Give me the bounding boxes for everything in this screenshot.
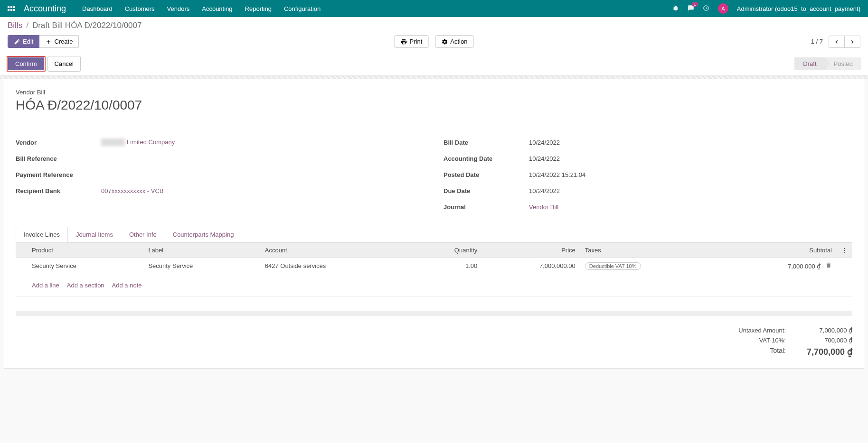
billdate-value[interactable]: 10/24/2022 <box>529 139 560 146</box>
tabs: Invoice Lines Journal Items Other Info C… <box>16 227 852 242</box>
breadcrumb-root[interactable]: Bills <box>8 21 22 30</box>
status-draft[interactable]: Draft <box>794 57 825 70</box>
cell-account[interactable]: 6427 Outside services <box>260 258 412 274</box>
cell-quantity[interactable]: 1.00 <box>412 258 482 274</box>
pager[interactable]: 1 / 7 <box>811 38 823 45</box>
col-subtotal[interactable]: Subtotal <box>721 243 837 258</box>
postdate-label: Posted Date <box>443 171 529 178</box>
edit-button[interactable]: Edit <box>8 35 39 48</box>
doc-type: Vendor Bill <box>16 89 852 96</box>
totals: Untaxed Amount: 7,000,000 ₫ VAT 10%: 700… <box>16 325 852 359</box>
journal-value[interactable]: Vendor Bill <box>529 203 558 211</box>
nav-reporting[interactable]: Reporting <box>245 5 272 12</box>
col-handle <box>16 243 27 258</box>
vat-value: 700,000 ₫ <box>800 337 852 344</box>
cell-taxes[interactable]: Deductible VAT 10% <box>580 258 721 274</box>
trash-icon[interactable] <box>825 263 832 270</box>
accdate-value[interactable]: 10/24/2022 <box>529 155 560 162</box>
col-account[interactable]: Account <box>260 243 412 258</box>
duedate-value[interactable]: 10/24/2022 <box>529 187 560 194</box>
status-steps: Draft Posted <box>794 57 861 70</box>
row-handle[interactable] <box>16 258 27 274</box>
activity-icon[interactable] <box>703 5 709 13</box>
payref-label: Payment Reference <box>16 171 101 178</box>
tab-invoice-lines[interactable]: Invoice Lines <box>16 227 68 242</box>
apps-icon[interactable] <box>8 6 15 11</box>
nav-configuration[interactable]: Configuration <box>284 5 321 12</box>
tab-other-info[interactable]: Other Info <box>121 227 165 242</box>
duedate-label: Due Date <box>443 187 529 194</box>
invoice-lines-table: Product Label Account Quantity Price Tax… <box>16 242 852 311</box>
add-note-link[interactable]: Add a note <box>112 282 142 289</box>
col-label[interactable]: Label <box>143 243 260 258</box>
untaxed-label: Untaxed Amount: <box>738 327 786 334</box>
bank-label: Recipient Bank <box>16 187 101 194</box>
gear-icon <box>441 38 448 45</box>
add-section-link[interactable]: Add a section <box>67 282 104 289</box>
chevron-right-icon <box>849 38 856 45</box>
cell-label[interactable]: Security Service <box>143 258 260 274</box>
status-posted[interactable]: Posted <box>825 57 861 70</box>
table-scrollbar[interactable] <box>16 311 852 316</box>
postdate-value: 10/24/2022 15:21:04 <box>529 171 585 178</box>
nav-customers[interactable]: Customers <box>125 5 155 12</box>
cancel-button[interactable]: Cancel <box>47 56 81 72</box>
vendor-value[interactable]: Limited Company <box>101 138 175 147</box>
table-row[interactable]: Security Service Security Service 6427 O… <box>16 258 852 274</box>
total-label: Total: <box>770 347 786 357</box>
billdate-label: Bill Date <box>443 139 529 146</box>
confirm-highlight: Confirm <box>7 56 46 72</box>
nav-accounting[interactable]: Accounting <box>202 5 232 12</box>
create-button[interactable]: Create <box>39 35 79 48</box>
add-line-link[interactable]: Add a line <box>32 282 59 289</box>
tax-pill: Deductible VAT 10% <box>585 262 641 270</box>
vat-label: VAT 10%: <box>759 337 786 344</box>
tab-counterparts[interactable]: Counterparts Mapping <box>165 227 242 242</box>
col-product[interactable]: Product <box>27 243 143 258</box>
nav-vendors[interactable]: Vendors <box>167 5 190 12</box>
form-col-right: Bill Date 10/24/2022 Accounting Date 10/… <box>443 137 852 217</box>
cell-subtotal[interactable]: 7,000,000 ₫ <box>721 258 837 274</box>
form-col-left: Vendor Limited Company Bill Reference Pa… <box>16 137 425 217</box>
chevron-left-icon <box>833 38 840 45</box>
chat-badge: 1 <box>692 2 698 7</box>
journal-label: Journal <box>443 203 529 211</box>
chat-icon[interactable]: 1 <box>688 5 694 13</box>
status-bar: Confirm Cancel Draft Posted <box>0 52 868 76</box>
tab-journal-items[interactable]: Journal Items <box>68 227 121 242</box>
bank-value[interactable]: 007xxxxxxxxxxx - VCB <box>101 187 163 194</box>
doc-title: HÓA Đ/2022/10/0007 <box>16 98 852 113</box>
plus-icon <box>45 38 52 45</box>
print-button[interactable]: Print <box>395 35 429 48</box>
total-value: 7,700,000 ₫ <box>800 347 852 357</box>
control-panel: Bills / Draft Bill HÓA Đ/2022/10/0007 Ed… <box>0 17 868 52</box>
col-price[interactable]: Price <box>482 243 580 258</box>
debug-icon[interactable] <box>672 5 679 13</box>
billref-label: Bill Reference <box>16 155 101 162</box>
vendor-blur <box>101 138 125 146</box>
pencil-icon <box>14 38 20 45</box>
confirm-button[interactable]: Confirm <box>8 57 44 70</box>
user-name[interactable]: Administrator (odoo15_to_account_payment… <box>737 5 860 12</box>
col-taxes[interactable]: Taxes <box>580 243 721 258</box>
pager-prev[interactable] <box>829 36 845 48</box>
breadcrumb: Bills / Draft Bill HÓA Đ/2022/10/0007 <box>8 21 860 30</box>
cell-price[interactable]: 7,000,000.00 <box>482 258 580 274</box>
print-icon <box>401 38 407 45</box>
form-sheet: Vendor Bill HÓA Đ/2022/10/0007 Vendor Li… <box>4 79 864 369</box>
brand[interactable]: Accounting <box>24 4 66 14</box>
breadcrumb-current: Draft Bill HÓA Đ/2022/10/0007 <box>32 21 142 30</box>
vendor-label: Vendor <box>16 139 101 146</box>
nav-dashboard[interactable]: Dashboard <box>82 5 113 12</box>
navbar: Accounting Dashboard Customers Vendors A… <box>0 0 868 17</box>
col-quantity[interactable]: Quantity <box>412 243 482 258</box>
breadcrumb-separator: / <box>26 21 28 30</box>
pager-next[interactable] <box>845 36 860 48</box>
avatar[interactable]: A <box>718 3 728 14</box>
cell-product[interactable]: Security Service <box>27 258 143 274</box>
col-options[interactable]: ⋮ <box>837 243 852 258</box>
nav-menu: Dashboard Customers Vendors Accounting R… <box>82 5 321 12</box>
action-button[interactable]: Action <box>435 35 473 48</box>
untaxed-value: 7,000,000 ₫ <box>800 327 852 334</box>
accdate-label: Accounting Date <box>443 155 529 162</box>
